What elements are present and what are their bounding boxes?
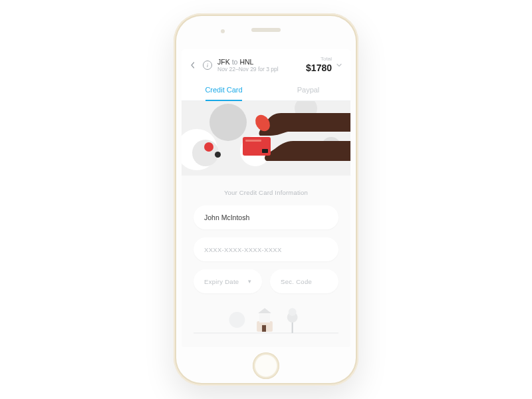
security-code-input[interactable]: Sec. Code bbox=[270, 269, 338, 293]
app-screen: i JFK to HNL Nov 22–Nov 29 for 3 ppl Tot… bbox=[182, 49, 350, 347]
credit-card-form: Your Credit Card Information John McInto… bbox=[182, 176, 350, 347]
phone-frame: i JFK to HNL Nov 22–Nov 29 for 3 ppl Tot… bbox=[174, 13, 358, 386]
chevron-down-icon bbox=[336, 62, 342, 68]
expiry-date-select[interactable]: Expiry Date ▾ bbox=[194, 269, 262, 293]
back-button[interactable] bbox=[188, 61, 198, 70]
svg-point-5 bbox=[229, 312, 245, 328]
route-to-word: to bbox=[232, 58, 238, 66]
card-number-placeholder: XXXX-XXXX-XXXX-XXXX bbox=[204, 246, 282, 253]
total-price-block[interactable]: Total $1780 bbox=[306, 56, 342, 74]
trip-dates: Nov 22–Nov 29 for 3 ppl bbox=[217, 66, 279, 72]
svg-rect-2 bbox=[245, 140, 261, 142]
phone-speaker bbox=[251, 28, 281, 32]
svg-rect-3 bbox=[262, 149, 268, 153]
svg-point-12 bbox=[289, 308, 297, 316]
phone-camera bbox=[221, 29, 225, 33]
route-from: JFK bbox=[217, 58, 230, 66]
caret-down-icon: ▾ bbox=[248, 278, 251, 285]
svg-rect-9 bbox=[262, 325, 266, 332]
route-to: HNL bbox=[239, 58, 253, 66]
header-bar: i JFK to HNL Nov 22–Nov 29 for 3 ppl Tot… bbox=[182, 49, 350, 79]
hero-illustration bbox=[182, 101, 350, 176]
svg-rect-7 bbox=[259, 313, 270, 323]
cardholder-name-value: John McIntosh bbox=[204, 213, 249, 221]
total-label: Total bbox=[306, 56, 332, 62]
form-section-title: Your Credit Card Information bbox=[194, 189, 338, 196]
home-button[interactable] bbox=[253, 352, 279, 379]
hand-card-icon bbox=[182, 101, 350, 176]
expiry-date-label: Expiry Date bbox=[204, 278, 239, 285]
info-icon[interactable]: i bbox=[203, 61, 212, 70]
total-amount: $1780 bbox=[306, 63, 332, 73]
chevron-left-icon bbox=[190, 62, 196, 68]
tab-credit-card[interactable]: Credit Card bbox=[182, 79, 266, 100]
payment-tabs: Credit Card Paypal bbox=[182, 79, 350, 101]
card-number-input[interactable]: XXXX-XXXX-XXXX-XXXX bbox=[194, 237, 338, 261]
trip-summary: JFK to HNL Nov 22–Nov 29 for 3 ppl bbox=[217, 58, 279, 72]
tab-paypal[interactable]: Paypal bbox=[266, 79, 350, 100]
footer-illustration bbox=[194, 304, 338, 334]
security-code-label: Sec. Code bbox=[281, 278, 312, 285]
cardholder-name-input[interactable]: John McIntosh bbox=[194, 205, 338, 229]
svg-marker-8 bbox=[258, 308, 271, 313]
